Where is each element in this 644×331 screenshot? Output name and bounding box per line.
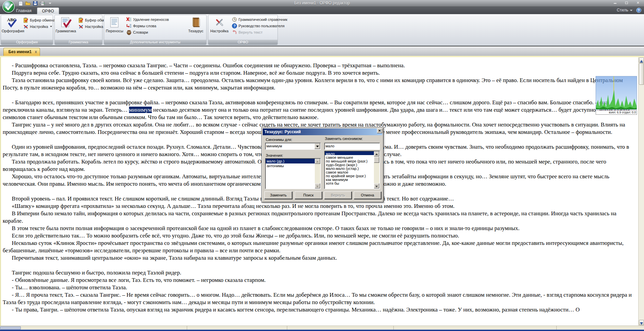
list-item[interactable]: по крайней мере (разг.): [325, 174, 374, 177]
thesaurus-dialog[interactable]: Тезаурус: Русский ✕ Синонимы для: Замени…: [261, 127, 384, 203]
list-item[interactable]: антонимы: [266, 163, 315, 168]
open-folder-icon[interactable]: [25, 1, 31, 6]
scroll-down-icon[interactable]: [374, 183, 379, 188]
search-button[interactable]: Поиск: [295, 191, 322, 199]
synonyms-for-input[interactable]: [266, 144, 320, 148]
window-controls: ✕: [611, 1, 642, 5]
replace-with-field[interactable]: [324, 143, 380, 150]
scroll-thumb[interactable]: [639, 63, 644, 85]
remove-hyphens-label: Удаление переносов: [133, 17, 169, 22]
word-forms-icon: [126, 23, 132, 29]
book-icon: [190, 17, 202, 28]
title-bar: Без имени1 - ОРФО редактор ✕: [0, 0, 644, 7]
scroll-up-icon[interactable]: [639, 58, 644, 63]
spelling-button[interactable]: ABC Орфография: [2, 16, 23, 40]
orfo-settings-button[interactable]: Настройка: [209, 16, 230, 40]
group-label-spelling: Орфография: [1, 40, 53, 45]
list-item[interactable]: мало-мало (устар.): [325, 166, 374, 170]
app-logo-icon[interactable]: [2, 0, 15, 13]
cancel-button[interactable]: Отмена: [354, 191, 381, 199]
scroll-up-icon[interactable]: [315, 159, 320, 164]
synonyms-list[interactable]: малосамое меньшеепо меньшей мере (разг.)…: [324, 151, 380, 189]
thesaurus-button-label: Тезаурус: [186, 29, 206, 33]
help-icon[interactable]: ?: [636, 8, 641, 13]
scroll-down-icon[interactable]: [315, 183, 320, 188]
group-label-grammar: Грамматика: [55, 40, 102, 45]
document-tab[interactable]: Без имени1 x: [3, 48, 40, 56]
paragraph: Подруга верна себе. Трудно сказать, кто …: [3, 69, 636, 77]
scroll-up-icon[interactable]: [374, 151, 379, 156]
paragraph: - Я… Я прочла текст, Таэ. – сказала Танг…: [3, 291, 636, 306]
tab-orfo[interactable]: ОРФО: [37, 7, 59, 14]
list-item[interactable]: по меньшей мере (разг.): [325, 159, 374, 162]
user-guide-label: Руководство пользователя: [239, 24, 285, 28]
grammar-reference-label: Грамматический справочник: [239, 17, 287, 22]
replace-with-input[interactable]: [326, 144, 379, 148]
clipboard-check-icon: [78, 17, 84, 23]
ribbon-group-extra-tools: Переносы Удаление переносов Формы слова …: [104, 15, 207, 45]
ribbon-group-spelling: ABC Орфография Буфер обмена Настройка Ор…: [1, 15, 53, 45]
paragraph: Несколько суток «Клинок Ярости» прочёсыв…: [3, 240, 636, 254]
dictionaries-button[interactable]: Словари: [126, 29, 169, 35]
settings-button-label: Настройка: [30, 25, 48, 29]
word-forms-button[interactable]: Формы слова: [126, 23, 169, 29]
document-tab-bar: Без имени1 x: [0, 47, 644, 56]
restore-button[interactable]: [622, 1, 631, 5]
status-bar: [0, 326, 644, 330]
meanings-scrollbar[interactable]: [315, 159, 320, 188]
save-icon[interactable]: [32, 1, 38, 6]
overlay-widget: взял: 6.9 отдал: 0.0: [596, 76, 637, 115]
tab-home[interactable]: Главная: [11, 7, 36, 14]
list-item[interactable]: мало (др.): [266, 159, 315, 163]
word-forms-label: Формы слова: [133, 24, 156, 28]
vertical-scrollbar[interactable]: [638, 57, 644, 326]
meanings-list[interactable]: мало (др.)антонимы: [265, 158, 321, 189]
grass-sky-image: [596, 76, 637, 110]
print-icon[interactable]: [40, 1, 46, 6]
replace-button[interactable]: Заменить: [264, 191, 292, 199]
hyphenation-button[interactable]: Переносы: [105, 16, 124, 40]
ribbon-tab-row: Главная ОРФО Стиль ?: [0, 7, 644, 14]
tab-close-icon[interactable]: x: [35, 48, 37, 56]
ribbon-group-grammar: Грамматика Буфер обмена Настройка Грамма…: [54, 15, 102, 45]
synonyms-for-label: Синонимы для:: [266, 138, 292, 142]
combo-dropdown-icon[interactable]: [314, 143, 320, 149]
close-button[interactable]: ✕: [634, 1, 642, 5]
qat-customize-chevron-icon[interactable]: [47, 1, 53, 6]
clipboard-check-button[interactable]: Буфер обмена: [23, 17, 55, 23]
list-item[interactable]: хотя бы: [325, 181, 374, 185]
paragraph: Если это действительно так… То можно воо…: [3, 232, 636, 240]
owl-icon: [126, 30, 132, 35]
scroll-down-icon[interactable]: [639, 320, 644, 325]
settings-button-label: Настройка: [85, 25, 103, 29]
dialog-title[interactable]: Тезаурус: Русский: [263, 128, 382, 135]
grammar-reference-button[interactable]: Грамматический справочник: [232, 16, 287, 23]
list-item[interactable]: самое меньшее: [325, 155, 374, 159]
synonyms-for-combobox[interactable]: [265, 143, 321, 150]
paragraph: В Империи было немало тайн, информация о…: [3, 210, 636, 225]
grammar-button[interactable]: Грамматика: [55, 16, 76, 40]
scroll-thumb[interactable]: [374, 157, 379, 163]
svg-text:?: ?: [233, 24, 235, 28]
paragraph: - Благодарю всех, принявших участие в ра…: [3, 99, 636, 121]
revert-text-button[interactable]: Вернуть текст: [232, 29, 287, 35]
revert-text-label: Вернуть текст: [239, 30, 262, 34]
help-circle-icon: ?: [232, 23, 237, 29]
minimize-button[interactable]: [611, 1, 619, 5]
remove-hyphens-button[interactable]: Удаление переносов: [126, 16, 169, 23]
abc-check-icon: ABC: [6, 17, 18, 28]
revert-button[interactable]: Вернуть: [324, 191, 352, 199]
synonyms-scrollbar[interactable]: [374, 151, 379, 188]
quick-access-toolbar: [17, 1, 53, 6]
user-guide-button[interactable]: ? Руководство пользователя: [232, 23, 287, 29]
new-document-icon[interactable]: [17, 1, 24, 6]
style-menu-label: Стиль: [617, 8, 628, 12]
style-menu[interactable]: Стиль: [617, 8, 633, 12]
dialog-close-icon[interactable]: ✕: [377, 128, 382, 133]
list-item[interactable]: мало: [325, 151, 374, 155]
settings-dropdown-button[interactable]: Настройка: [23, 23, 55, 30]
dictionaries-label: Словари: [133, 30, 148, 34]
wrench-icon: [78, 24, 84, 29]
reference-book-icon: [232, 17, 237, 22]
thesaurus-button[interactable]: Тезаурус: [186, 16, 206, 40]
